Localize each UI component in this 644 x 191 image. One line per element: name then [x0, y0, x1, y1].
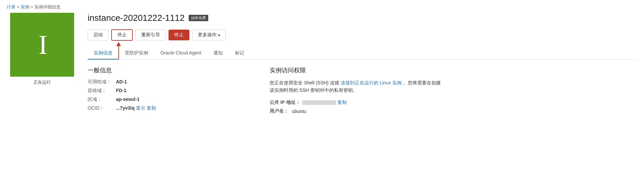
availability-domain-row: 可用性域： AD-1: [88, 79, 249, 85]
ocid-row: OCID： ...7yv3iq 显示 复制: [88, 105, 249, 111]
breadcrumb: 计算 > 实例 > 实例详细信息: [0, 0, 644, 13]
ad-value: AD-1: [116, 79, 127, 84]
ad-label: 可用性域：: [88, 79, 115, 85]
info-left: 一般信息 可用性域： AD-1 容错域： FD-1 区域： ap-seoul-1: [88, 66, 249, 117]
region-row: 区域： ap-seoul-1: [88, 97, 249, 103]
tab-tags[interactable]: 标记: [229, 47, 250, 60]
general-info-title: 一般信息: [88, 66, 249, 74]
free-badge: 始终免费: [189, 15, 208, 21]
access-desc: 您正在使用安全 Shell (SSH) 连接 连接到正在运行的 Linux 实例…: [270, 79, 445, 94]
ip-copy-link[interactable]: 复制: [337, 100, 347, 106]
instance-title: instance-20201222-1112: [88, 13, 185, 23]
content-area: 一般信息 可用性域： AD-1 容错域： FD-1 区域： ap-seoul-1: [88, 66, 637, 117]
breadcrumb-sep1: >: [17, 4, 21, 9]
start-button[interactable]: 启动: [88, 30, 109, 40]
arrow-line: [118, 46, 119, 60]
reboot-button[interactable]: 重新引导: [135, 30, 166, 40]
instance-status: 正在运行: [33, 79, 51, 85]
arrow-head-icon: [116, 42, 121, 46]
breadcrumb-compute[interactable]: 计算: [7, 4, 16, 9]
public-ip-value: 复制: [302, 100, 347, 106]
fault-domain-row: 容错域： FD-1: [88, 88, 249, 94]
public-ip-label: 公共 IP 地址：: [270, 100, 300, 106]
username-value: ubuntu: [292, 109, 306, 114]
fd-value: FD-1: [116, 88, 126, 93]
tab-protected[interactable]: 受防护实例: [119, 47, 154, 60]
breadcrumb-instances[interactable]: 实例: [21, 4, 29, 9]
tab-instance-info[interactable]: 实例信息: [88, 47, 119, 60]
tabs: 实例信息 受防护实例 Oracle Cloud Agent 通知 标记: [88, 47, 637, 60]
instance-panel: I 正在运行: [7, 13, 78, 117]
access-desc-before: 您正在使用安全 Shell (SSH) 连接: [270, 80, 339, 85]
stop-button[interactable]: 停止: [111, 29, 133, 41]
breadcrumb-detail: 实例详细信息: [34, 4, 61, 9]
instance-image: I: [10, 13, 74, 77]
ocid-copy-link[interactable]: 复制: [147, 105, 156, 111]
ocid-label: OCID：: [88, 105, 115, 111]
more-actions-button[interactable]: 更多操作: [192, 30, 226, 40]
instance-logo-text: I: [38, 31, 46, 58]
access-link[interactable]: 连接到正在运行的 Linux 实例: [341, 80, 402, 85]
region-value: ap-seoul-1: [116, 97, 140, 102]
main-content: I 正在运行 instance-20201222-1112 始终免费 启动 停止…: [0, 13, 644, 124]
action-bar: 启动 停止 重新引导 终止 更多操作: [88, 29, 637, 41]
arrow-annotation: [116, 42, 121, 60]
username-row: 用户名： ubuntu: [270, 108, 637, 114]
fd-label: 容错域：: [88, 88, 115, 94]
region-label: 区域：: [88, 97, 115, 103]
ocid-show-link[interactable]: 显示: [136, 105, 145, 111]
ip-blur: [302, 100, 336, 105]
ocid-value: ...7yv3iq: [116, 105, 134, 111]
page-wrapper: 计算 > 实例 > 实例详细信息 I 正在运行 instance-2020122…: [0, 0, 644, 191]
detail-panel: instance-20201222-1112 始终免费 启动 停止 重新引导 终…: [88, 13, 637, 117]
tab-oracle-agent[interactable]: Oracle Cloud Agent: [154, 47, 207, 60]
chevron-down-icon: [218, 32, 220, 38]
username-label: 用户名：: [270, 108, 288, 114]
info-right: 实例访问权限 您正在使用安全 Shell (SSH) 连接 连接到正在运行的 L…: [270, 66, 637, 117]
title-row: instance-20201222-1112 始终免费: [88, 13, 637, 23]
breadcrumb-sep2: >: [30, 4, 34, 9]
terminate-button[interactable]: 终止: [168, 30, 189, 40]
tab-notify[interactable]: 通知: [207, 47, 229, 60]
more-actions-label: 更多操作: [198, 32, 217, 38]
public-ip-row: 公共 IP 地址： 复制: [270, 100, 637, 106]
access-title: 实例访问权限: [270, 66, 637, 74]
